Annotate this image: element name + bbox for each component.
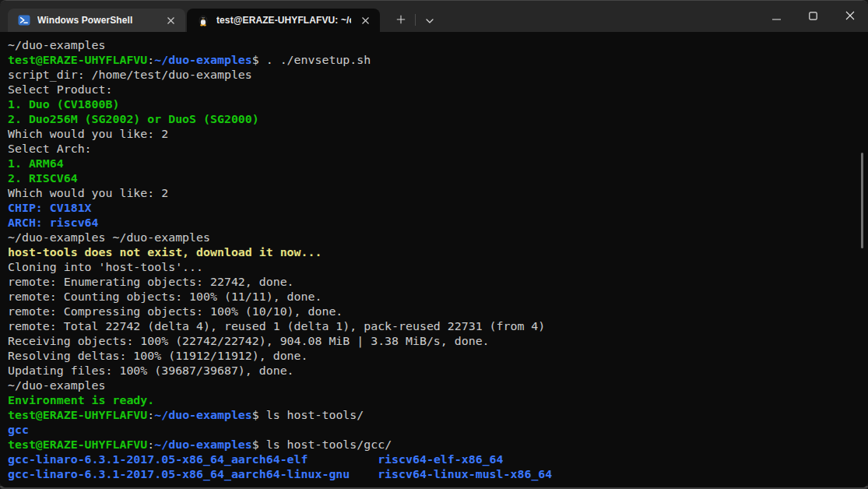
terminal-line: test@ERAZE-UHYFLAFVU:~/duo-examples$ ls … xyxy=(8,438,868,452)
terminal-line: remote: Enumerating objects: 22742, done… xyxy=(8,275,868,290)
terminal-window: Windows PowerShell xyxy=(0,0,868,487)
terminal-line: Receiving objects: 100% (22742/22742), 9… xyxy=(8,334,868,349)
tab-close-icon[interactable] xyxy=(163,13,177,27)
terminal-line: Which would you like: 2 xyxy=(8,127,868,142)
terminal-line: gcc-linaro-6.3.1-2017.05-x86_64_aarch64-… xyxy=(8,452,868,467)
maximize-button[interactable] xyxy=(795,1,831,32)
terminal-line: test@ERAZE-UHYFLAFVU:~/duo-examples$ . .… xyxy=(8,53,868,68)
tab-windows-powershell[interactable]: Windows PowerShell xyxy=(8,9,185,32)
close-button[interactable] xyxy=(831,1,868,32)
terminal-line: Select Arch: xyxy=(8,142,868,157)
tab-bar: Windows PowerShell xyxy=(0,1,441,32)
terminal-line: ~/duo-examples ~/duo-examples xyxy=(8,230,868,245)
window-close-icon xyxy=(845,9,855,23)
terminal-line: Environment is ready. xyxy=(8,393,868,408)
window-controls xyxy=(758,1,868,32)
tab-bar-divider xyxy=(415,14,416,26)
new-tab-button[interactable] xyxy=(389,9,413,30)
terminal-line: ARCH: riscv64 xyxy=(8,216,868,230)
tab-title: Windows PowerShell xyxy=(37,15,156,26)
terminal-line: gcc-linaro-6.3.1-2017.05-x86_64_aarch64-… xyxy=(8,467,868,482)
terminal-viewport[interactable]: ~/duo-examplestest@ERAZE-UHYFLAFVU:~/duo… xyxy=(0,32,868,487)
terminal-lines: ~/duo-examplestest@ERAZE-UHYFLAFVU:~/duo… xyxy=(8,38,868,482)
maximize-icon xyxy=(809,9,817,23)
minimize-button[interactable] xyxy=(758,1,795,32)
title-bar-drag-region[interactable] xyxy=(441,1,758,32)
terminal-line: Select Product: xyxy=(8,83,868,97)
terminal-line: script_dir: /home/test/duo-examples xyxy=(8,68,868,83)
terminal-line: remote: Compressing objects: 100% (10/10… xyxy=(8,304,868,319)
linux-tux-icon xyxy=(197,14,209,26)
terminal-line: remote: Counting objects: 100% (11/11), … xyxy=(8,290,868,304)
terminal-line: remote: Total 22742 (delta 4), reused 1 … xyxy=(8,319,868,334)
tab-close-icon[interactable] xyxy=(358,13,372,27)
title-bar: Windows PowerShell xyxy=(0,1,868,32)
terminal-line: 1. Duo (CV1800B) xyxy=(8,97,868,112)
powershell-icon xyxy=(18,14,30,26)
chevron-down-icon xyxy=(425,13,434,26)
terminal-line: Cloning into 'host-tools'... xyxy=(8,260,868,275)
terminal-line: ~/duo-examples xyxy=(8,378,868,393)
terminal-line: 2. RISCV64 xyxy=(8,171,868,186)
tab-dropdown-button[interactable] xyxy=(418,9,441,30)
tab-title: test@ERAZE-UHYFLAFVU: ~/c xyxy=(216,15,351,26)
terminal-line: Updating files: 100% (39687/39687), done… xyxy=(8,364,868,378)
scrollbar-thumb[interactable] xyxy=(861,153,863,248)
plus-icon xyxy=(396,13,406,26)
minimize-icon xyxy=(772,9,781,23)
tab-wsl-session[interactable]: test@ERAZE-UHYFLAFVU: ~/c xyxy=(187,9,380,32)
terminal-line: 2. Duo256M (SG2002) or DuoS (SG2000) xyxy=(8,112,868,127)
terminal-line: Resolving deltas: 100% (11912/11912), do… xyxy=(8,349,868,364)
terminal-line: gcc xyxy=(8,423,868,438)
terminal-line: ~/duo-examples xyxy=(8,38,868,53)
terminal-line: test@ERAZE-UHYFLAFVU:~/duo-examples$ ls … xyxy=(8,408,868,423)
terminal-line: CHIP: CV181X xyxy=(8,201,868,216)
terminal-line: Which would you like: 2 xyxy=(8,186,868,201)
terminal-line: 1. ARM64 xyxy=(8,157,868,171)
terminal-line: host-tools does not exist, download it n… xyxy=(8,245,868,260)
